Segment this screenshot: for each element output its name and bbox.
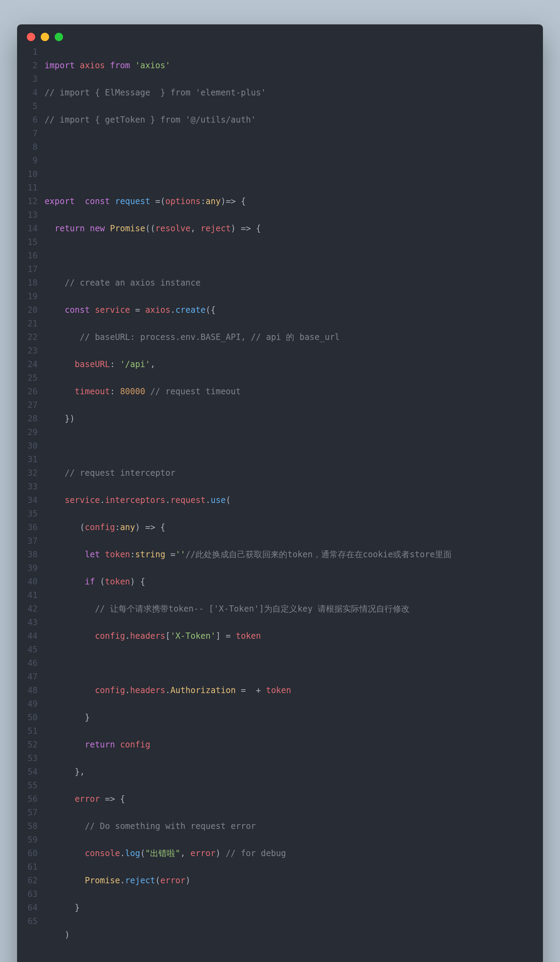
line-gutter: 1 2 3 4 5 6 7 8 9 10 11 12 13 14 15 16 1… xyxy=(17,45,45,962)
editor-window: 1 2 3 4 5 6 7 8 9 10 11 12 13 14 15 16 1… xyxy=(17,24,543,962)
maximize-icon[interactable] xyxy=(55,33,63,41)
code-content[interactable]: import axios from 'axios' // import { El… xyxy=(45,45,543,962)
window-titlebar xyxy=(17,24,543,45)
code-editor[interactable]: 1 2 3 4 5 6 7 8 9 10 11 12 13 14 15 16 1… xyxy=(17,45,543,962)
minimize-icon[interactable] xyxy=(41,33,49,41)
close-icon[interactable] xyxy=(27,33,35,41)
